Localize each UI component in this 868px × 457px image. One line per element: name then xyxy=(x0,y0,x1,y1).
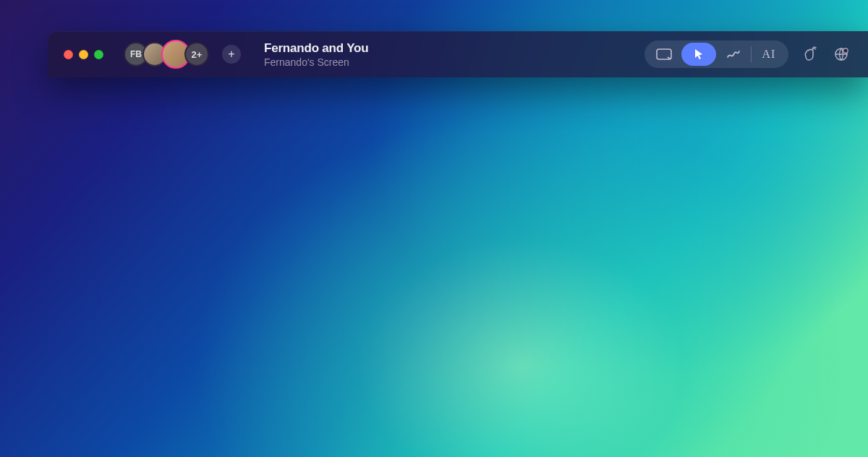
pointer-icon xyxy=(692,48,705,61)
minimize-window-button[interactable] xyxy=(79,50,88,59)
add-participant-button[interactable]: + xyxy=(222,45,241,64)
call-titlebar: FB 2+ + Fernando and You Fernando's Scre… xyxy=(48,31,868,77)
ai-text-icon: AI xyxy=(762,48,776,61)
wave-icon xyxy=(801,46,817,62)
rectangle-icon xyxy=(656,48,672,60)
avatar-overflow[interactable]: 2+ xyxy=(184,42,209,67)
pointer-tool[interactable] xyxy=(681,43,716,66)
rectangle-tool[interactable] xyxy=(647,43,681,66)
globe-gear-icon xyxy=(833,46,849,62)
close-window-button[interactable] xyxy=(64,50,73,59)
share-settings-button[interactable] xyxy=(830,43,852,65)
call-title: Fernando and You xyxy=(264,41,368,56)
pencil-squiggle-icon xyxy=(726,48,741,60)
wave-button[interactable] xyxy=(799,43,820,65)
svg-point-2 xyxy=(843,48,848,53)
call-subtitle: Fernando's Screen xyxy=(264,56,368,68)
annotation-tool-pill: AI xyxy=(644,40,788,68)
call-tools: AI xyxy=(644,40,852,68)
draw-tool[interactable] xyxy=(716,43,751,66)
call-window: FB 2+ + Fernando and You Fernando's Scre… xyxy=(48,31,868,77)
participant-avatars: FB 2+ xyxy=(124,40,209,69)
ai-tool[interactable]: AI xyxy=(752,43,786,66)
zoom-window-button[interactable] xyxy=(94,50,103,59)
call-title-block: Fernando and You Fernando's Screen xyxy=(264,41,368,68)
traffic-lights xyxy=(64,50,103,59)
